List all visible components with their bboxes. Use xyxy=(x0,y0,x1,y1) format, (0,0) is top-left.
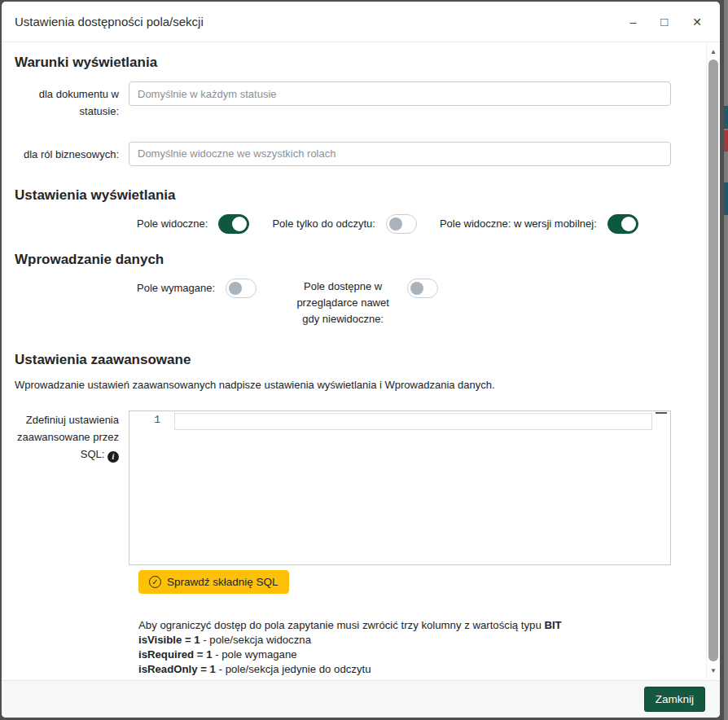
toggle-item-field-visible: Pole widoczne: xyxy=(137,214,249,234)
field-visible-toggle[interactable] xyxy=(218,214,249,234)
business-roles-input[interactable] xyxy=(129,142,671,166)
info-icon[interactable]: i xyxy=(107,451,119,463)
help-line: Przykład: SELECT CAST(1 AS BIT) AS isVis… xyxy=(138,677,671,680)
toggle-knob xyxy=(229,282,242,295)
sql-row: Zdefiniuj ustawienia zaawansowane przez … xyxy=(15,410,671,565)
check-sql-syntax-button[interactable]: ✓ Sprawdź składnię SQL xyxy=(138,570,289,594)
section-heading-data-entry: Wprowadzanie danych xyxy=(15,252,671,268)
close-icon[interactable]: ✕ xyxy=(692,16,702,28)
editor-scrollbar-thumb[interactable] xyxy=(656,412,667,414)
maximize-icon[interactable]: □ xyxy=(660,15,668,28)
document-status-label: dla dokumentu w statusie: xyxy=(15,81,129,121)
form-row-document-status: dla dokumentu w statusie: xyxy=(15,81,671,121)
sql-help-text: Aby ograniczyć dostęp do pola zapytanie … xyxy=(138,618,671,680)
modal-title: Ustawienia dostępności pola/sekcji xyxy=(15,15,629,29)
mobile-visible-label: Pole widoczne: w wersji mobilnej: xyxy=(440,216,597,232)
read-only-label: Pole tylko do odczytu: xyxy=(272,216,375,232)
mobile-visible-toggle[interactable] xyxy=(607,214,638,234)
scroll-up-icon[interactable]: ▲ xyxy=(707,48,720,55)
data-entry-toggle-row: Pole wymagane: Pole dostępne w przegląda… xyxy=(137,279,671,327)
editor-active-line[interactable] xyxy=(174,413,652,430)
toggle-knob xyxy=(232,217,247,231)
modal-body: Warunki wyświetlania dla dokumentu w sta… xyxy=(2,42,720,680)
section-heading-advanced: Ustawienia zaawansowane xyxy=(15,352,671,368)
window-controls: – □ ✕ xyxy=(629,15,702,28)
help-line: isVisible = 1 - pole/sekcja widoczna xyxy=(138,633,671,648)
background-edge-red xyxy=(724,130,728,151)
modal-footer: Zamknij xyxy=(2,680,720,718)
toggle-knob xyxy=(389,217,402,230)
sql-editor[interactable]: 1 xyxy=(129,410,671,565)
minimize-icon[interactable]: – xyxy=(629,16,636,28)
toggle-knob xyxy=(621,217,636,231)
help-line: isRequired = 1 - pole wymagane xyxy=(138,648,671,662)
vertical-scrollbar[interactable]: ▲ ▼ xyxy=(706,43,720,679)
field-required-label: Pole wymagane: xyxy=(137,280,215,296)
modal-dialog: Ustawienia dostępności pola/sekcji – □ ✕… xyxy=(2,2,720,718)
toggle-item-read-only: Pole tylko do odczytu: xyxy=(272,214,416,234)
section-heading-display-conditions: Warunki wyświetlania xyxy=(15,55,671,71)
help-line: Aby ograniczyć dostęp do pola zapytanie … xyxy=(138,618,671,633)
advanced-note: Wprowadzanie ustawień zaawansowanych nad… xyxy=(15,379,671,391)
help-line: isReadOnly = 1 - pole/sekcja jedynie do … xyxy=(138,662,671,677)
document-status-input[interactable] xyxy=(129,81,671,106)
scroll-down-icon[interactable]: ▼ xyxy=(707,667,720,674)
screenshot-frame: Ustawienia dostępności pola/sekcji – □ ✕… xyxy=(0,0,728,720)
section-heading-display-settings: Ustawienia wyświetlania xyxy=(15,187,671,204)
editor-line-number: 1 xyxy=(129,411,172,426)
modal-header: Ustawienia dostępności pola/sekcji – □ ✕ xyxy=(2,2,720,42)
field-visible-label: Pole widoczne: xyxy=(137,216,208,232)
toggle-item-field-required: Pole wymagane: xyxy=(137,279,257,298)
available-hidden-label: Pole dostępne w przeglądarce nawet gdy n… xyxy=(289,279,397,327)
form-row-business-roles: dla ról biznesowych: xyxy=(15,142,671,166)
background-edge-teal-1 xyxy=(724,106,728,129)
check-circle-icon: ✓ xyxy=(149,576,161,588)
read-only-toggle[interactable] xyxy=(386,214,417,234)
field-required-toggle[interactable] xyxy=(226,279,257,298)
toggle-knob xyxy=(410,282,423,295)
close-button[interactable]: Zamknij xyxy=(644,687,705,712)
available-hidden-toggle[interactable] xyxy=(407,279,438,298)
sql-label: Zdefiniuj ustawienia zaawansowane przez … xyxy=(15,410,129,565)
toggle-item-available-hidden: Pole dostępne w przeglądarce nawet gdy n… xyxy=(289,279,438,327)
business-roles-label: dla ról biznesowych: xyxy=(15,142,129,166)
display-settings-toggle-row: Pole widoczne: Pole tylko do odczytu: Po… xyxy=(137,214,671,234)
background-edge-teal-2 xyxy=(724,182,728,215)
scrollbar-thumb[interactable] xyxy=(708,59,718,661)
toggle-item-mobile-visible: Pole widoczne: w wersji mobilnej: xyxy=(440,214,638,234)
